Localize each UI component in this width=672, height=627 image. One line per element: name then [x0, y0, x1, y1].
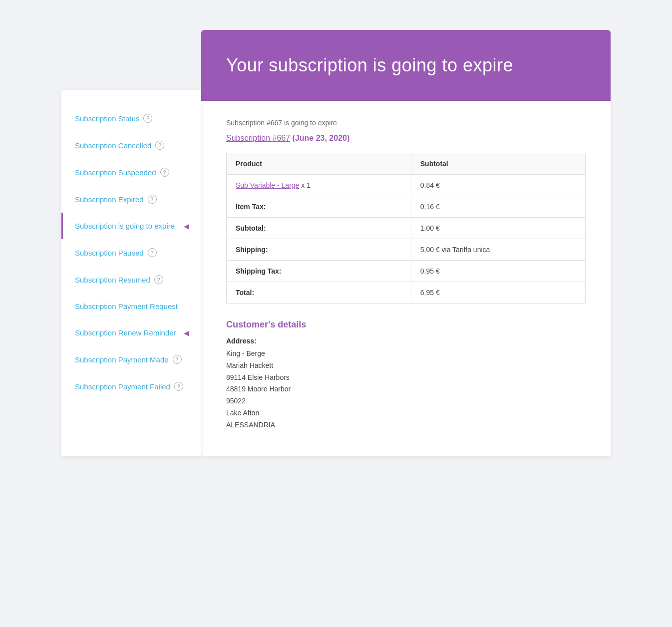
sidebar-item-label: Subscription Paused: [75, 249, 144, 257]
table-row: Shipping:5,00 € via Tariffa unica: [227, 239, 586, 261]
table-cell-product: Shipping Tax:: [227, 261, 411, 282]
sidebar-item-subscription-status[interactable]: Subscription Status?: [61, 105, 201, 132]
table-header-subtotal: Subtotal: [411, 153, 585, 175]
order-table: Product Subtotal Sub Variable - Large x …: [226, 153, 586, 304]
table-cell-subtotal: 0,84 €: [411, 175, 585, 196]
address-line: King - Berge: [226, 348, 586, 360]
sidebar-item-label: Subscription Renew Reminder: [75, 328, 176, 337]
customer-details-title: Customer's details: [226, 319, 586, 330]
active-arrow-icon: ◀: [184, 329, 189, 337]
sidebar: Subscription Status?Subscription Cancell…: [61, 90, 201, 456]
sidebar-item-label: Subscription Expired: [75, 195, 144, 204]
sidebar-item-label: Subscription Payment Failed: [75, 382, 170, 391]
sidebar-item-subscription-suspended[interactable]: Subscription Suspended?: [61, 159, 201, 186]
row-label: Subtotal:: [236, 224, 266, 232]
help-icon[interactable]: ?: [154, 275, 163, 284]
sidebar-item-subscription-expired[interactable]: Subscription Expired?: [61, 186, 201, 213]
address-line: Lake Afton: [226, 407, 586, 419]
subscription-description: Subscription #667 is going to expire: [226, 119, 586, 127]
sidebar-item-label: Subscription is going to expire: [75, 222, 175, 230]
table-header-product: Product: [227, 153, 411, 175]
content-panel: Subscription #667 is going to expire Sub…: [201, 101, 611, 456]
subscription-heading: Subscription #667 (June 23, 2020): [226, 134, 586, 143]
product-link[interactable]: Sub Variable - Large: [236, 181, 299, 189]
table-row: Shipping Tax:0,95 €: [227, 261, 586, 282]
sidebar-item-subscription-going-to-expire[interactable]: Subscription is going to expire◀: [61, 213, 201, 239]
subscription-date: (June 23, 2020): [293, 134, 350, 142]
table-row: Sub Variable - Large x 10,84 €: [227, 175, 586, 196]
header-banner: Your subscription is going to expire: [201, 30, 611, 101]
help-icon[interactable]: ?: [174, 382, 183, 391]
help-icon[interactable]: ?: [155, 141, 164, 150]
sidebar-item-subscription-payment-made[interactable]: Subscription Payment Made?: [61, 346, 201, 373]
address-line: 89114 Elsie Harbors: [226, 372, 586, 384]
table-cell-product: Subtotal:: [227, 218, 411, 239]
table-cell-subtotal: 0,95 €: [411, 261, 585, 282]
table-cell-product: Total:: [227, 282, 411, 304]
address-line: ALESSANDRIA: [226, 419, 586, 431]
sidebar-item-label: Subscription Status: [75, 114, 139, 123]
address-line: 48819 Moore Harbor: [226, 383, 586, 395]
sidebar-item-subscription-cancelled[interactable]: Subscription Cancelled?: [61, 132, 201, 159]
help-icon[interactable]: ?: [160, 168, 169, 177]
table-cell-product: Sub Variable - Large x 1: [227, 175, 411, 196]
sidebar-item-subscription-payment-request[interactable]: Subscription Payment Request: [61, 293, 201, 319]
page-title: Your subscription is going to expire: [226, 55, 586, 76]
sidebar-item-subscription-renew-reminder[interactable]: Subscription Renew Reminder◀: [61, 319, 201, 346]
help-icon[interactable]: ?: [143, 114, 152, 123]
sidebar-item-label: Subscription Payment Made: [75, 355, 169, 364]
sidebar-item-subscription-payment-failed[interactable]: Subscription Payment Failed?: [61, 373, 201, 400]
help-icon[interactable]: ?: [148, 248, 157, 257]
table-row: Item Tax:0,16 €: [227, 196, 586, 218]
subscription-link[interactable]: Subscription #667: [226, 134, 290, 142]
sidebar-item-subscription-paused[interactable]: Subscription Paused?: [61, 239, 201, 266]
row-label: Item Tax:: [236, 203, 266, 211]
active-arrow-icon: ◀: [184, 222, 189, 230]
customer-details: Customer's details Address: King - Berge…: [226, 319, 586, 431]
table-cell-product: Item Tax:: [227, 196, 411, 218]
sidebar-item-label: Subscription Payment Request: [75, 302, 178, 311]
table-cell-subtotal: 5,00 € via Tariffa unica: [411, 239, 585, 261]
address-line: 95022: [226, 395, 586, 407]
table-row: Subtotal:1,00 €: [227, 218, 586, 239]
help-icon[interactable]: ?: [148, 195, 157, 204]
sidebar-item-label: Subscription Suspended: [75, 168, 156, 177]
table-cell-product: Shipping:: [227, 239, 411, 261]
sidebar-item-subscription-resumed[interactable]: Subscription Resumed?: [61, 266, 201, 293]
sidebar-item-label: Subscription Resumed: [75, 276, 150, 284]
address-line: Mariah Hackett: [226, 360, 586, 372]
help-icon[interactable]: ?: [173, 355, 182, 364]
row-label: Shipping Tax:: [236, 267, 282, 275]
row-label: Total:: [236, 289, 254, 297]
table-row: Total:6,95 €: [227, 282, 586, 304]
address-label: Address:: [226, 337, 586, 345]
table-cell-subtotal: 0,16 €: [411, 196, 585, 218]
sidebar-item-label: Subscription Cancelled: [75, 141, 151, 150]
row-label: Shipping:: [236, 246, 268, 254]
main-content: Your subscription is going to expire Sub…: [201, 30, 611, 456]
table-cell-subtotal: 1,00 €: [411, 218, 585, 239]
table-cell-subtotal: 6,95 €: [411, 282, 585, 304]
